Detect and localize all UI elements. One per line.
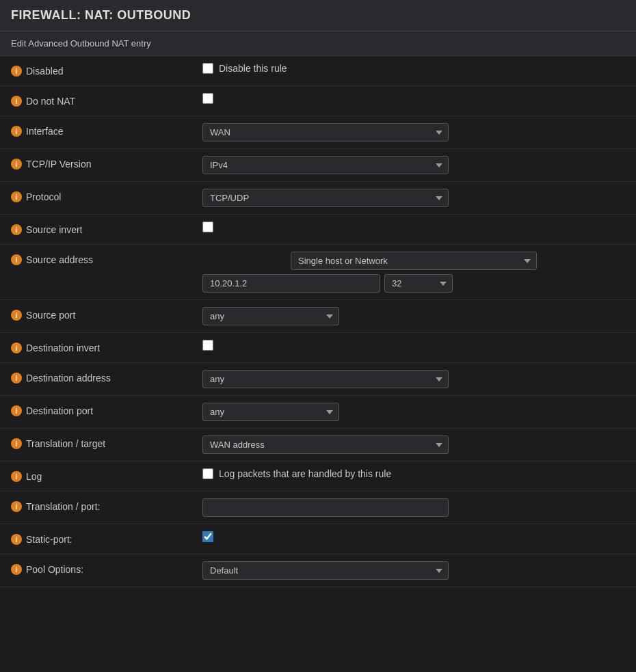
content-area: Edit Advanced Outbound NAT entry i Disab…	[0, 31, 636, 587]
tcpip-version-row: i TCP/IP Version IPv4 IPv6 IPv4+IPv6	[0, 149, 636, 182]
tcpip-version-label: i TCP/IP Version	[11, 156, 202, 170]
interface-select[interactable]: WAN LAN OPT1	[202, 123, 449, 142]
destination-invert-control	[202, 340, 625, 351]
pool-options-row: i Pool Options: Default Round Robin Rand…	[0, 554, 636, 587]
protocol-info-icon[interactable]: i	[11, 191, 22, 202]
translation-port-control	[202, 498, 625, 517]
destination-port-info-icon[interactable]: i	[11, 405, 22, 416]
pool-options-label: i Pool Options:	[11, 561, 202, 575]
translation-target-label: i Translation / target	[11, 435, 202, 449]
log-row: i Log Log packets that are handled by th…	[0, 461, 636, 492]
log-checkbox-wrap: Log packets that are handled by this rul…	[202, 468, 391, 479]
tcpip-info-icon[interactable]: i	[11, 159, 22, 170]
source-invert-control	[202, 221, 625, 232]
section-header: Edit Advanced Outbound NAT entry	[0, 31, 636, 56]
protocol-select[interactable]: TCP/UDP TCP UDP ICMP any	[202, 189, 449, 207]
tcpip-version-select[interactable]: IPv4 IPv6 IPv4+IPv6	[202, 156, 449, 174]
source-port-info-icon[interactable]: i	[11, 310, 22, 321]
source-address-row: i Source address any Single host or Netw…	[0, 245, 636, 300]
source-port-label: i Source port	[11, 307, 202, 321]
translation-target-info-icon[interactable]: i	[11, 438, 22, 449]
translation-port-row: i Translation / port:	[0, 492, 636, 524]
static-port-row: i Static-port:	[0, 524, 636, 554]
do-not-nat-label: i Do not NAT	[11, 93, 202, 107]
static-port-control	[202, 531, 625, 542]
source-port-select[interactable]: any 80 443 8080	[202, 307, 339, 325]
protocol-label: i Protocol	[11, 189, 202, 202]
page-header: FIREWALL: NAT: OUTBOUND	[0, 0, 636, 31]
interface-control: WAN LAN OPT1	[202, 123, 625, 142]
source-port-row: i Source port any 80 443 8080	[0, 300, 636, 333]
destination-address-label: i Destination address	[11, 370, 202, 384]
disabled-row: i Disabled Disable this rule	[0, 56, 636, 86]
translation-target-select[interactable]: WAN address Other Subnet Interface Addre…	[202, 435, 449, 454]
do-not-nat-checkbox[interactable]	[202, 93, 213, 104]
destination-address-control: any Single host or Network Network	[202, 370, 625, 388]
destination-port-label: i Destination port	[11, 403, 202, 416]
log-label: i Log	[11, 468, 202, 482]
section-label: Edit Advanced Outbound NAT entry	[11, 38, 151, 49]
source-address-label: i Source address	[11, 252, 202, 265]
destination-port-select[interactable]: any 80 443 8080	[202, 403, 339, 421]
static-port-info-icon[interactable]: i	[11, 534, 22, 545]
pool-options-control: Default Round Robin Random	[202, 561, 625, 580]
protocol-row: i Protocol TCP/UDP TCP UDP ICMP any	[0, 182, 636, 215]
source-address-ip-group: 32 31 30 24 16 8	[202, 274, 625, 293]
translation-port-label: i Translation / port:	[11, 498, 202, 512]
translation-target-control: WAN address Other Subnet Interface Addre…	[202, 435, 625, 454]
destination-address-row: i Destination address any Single host or…	[0, 363, 636, 396]
protocol-control: TCP/UDP TCP UDP ICMP any	[202, 189, 625, 207]
disabled-rule-label: Disable this rule	[219, 63, 287, 74]
pool-options-select[interactable]: Default Round Robin Random	[202, 561, 449, 580]
destination-address-info-icon[interactable]: i	[11, 373, 22, 384]
translation-target-row: i Translation / target WAN address Other…	[0, 429, 636, 461]
disabled-rule-checkbox[interactable]	[202, 63, 213, 74]
pool-options-info-icon[interactable]: i	[11, 564, 22, 575]
destination-invert-row: i Destination invert	[0, 333, 636, 363]
destination-address-select[interactable]: any Single host or Network Network	[202, 370, 449, 388]
translation-port-input[interactable]	[202, 498, 449, 517]
do-not-nat-control	[202, 93, 625, 104]
source-address-info-icon[interactable]: i	[11, 254, 22, 265]
source-invert-info-icon[interactable]: i	[11, 224, 22, 235]
destination-invert-info-icon[interactable]: i	[11, 342, 22, 353]
interface-label: i Interface	[11, 123, 202, 137]
static-port-checkbox[interactable]	[202, 531, 213, 542]
disabled-info-icon[interactable]: i	[11, 66, 22, 77]
source-address-type-select[interactable]: any Single host or Network Network	[291, 252, 537, 270]
page-title: FIREWALL: NAT: OUTBOUND	[11, 8, 625, 23]
destination-port-control: any 80 443 8080	[202, 403, 625, 421]
do-not-nat-info-icon[interactable]: i	[11, 96, 22, 107]
disabled-control: Disable this rule	[202, 63, 625, 74]
tcpip-version-control: IPv4 IPv6 IPv4+IPv6	[202, 156, 625, 174]
destination-invert-checkbox[interactable]	[202, 340, 213, 351]
translation-port-info-icon[interactable]: i	[11, 501, 22, 512]
source-address-ip-input[interactable]	[202, 274, 380, 293]
interface-info-icon[interactable]: i	[11, 126, 22, 137]
log-checkbox-label: Log packets that are handled by this rul…	[219, 468, 391, 479]
source-address-control: any Single host or Network Network 32 31…	[202, 252, 625, 293]
source-invert-label: i Source invert	[11, 221, 202, 235]
source-address-mask-select[interactable]: 32 31 30 24 16 8	[384, 274, 453, 293]
static-port-label: i Static-port:	[11, 531, 202, 545]
log-info-icon[interactable]: i	[11, 471, 22, 482]
interface-row: i Interface WAN LAN OPT1	[0, 116, 636, 149]
disabled-label: i Disabled	[11, 63, 202, 77]
log-checkbox[interactable]	[202, 468, 213, 479]
source-invert-row: i Source invert	[0, 215, 636, 245]
source-port-control: any 80 443 8080	[202, 307, 625, 325]
log-control: Log packets that are handled by this rul…	[202, 468, 625, 479]
disabled-checkbox-wrap: Disable this rule	[202, 63, 287, 74]
form-container: i Disabled Disable this rule i Do not NA…	[0, 56, 636, 587]
destination-invert-label: i Destination invert	[11, 340, 202, 353]
do-not-nat-row: i Do not NAT	[0, 86, 636, 116]
destination-port-row: i Destination port any 80 443 8080	[0, 396, 636, 429]
source-invert-checkbox[interactable]	[202, 221, 213, 232]
